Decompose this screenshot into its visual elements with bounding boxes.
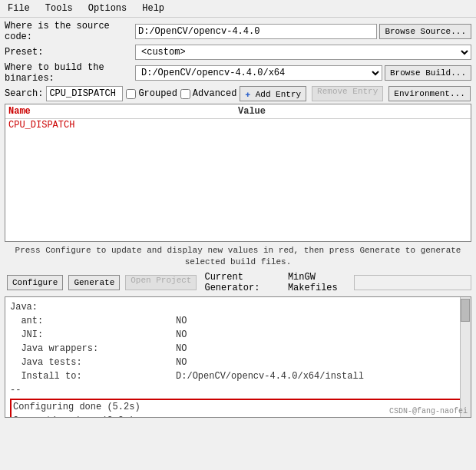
add-entry-label: Add Entry [256, 90, 301, 99]
preset-dropdown-wrapper: <custom> [135, 45, 471, 60]
add-entry-button[interactable]: ✚ Add Entry [240, 86, 306, 101]
col-value-header: Value [238, 106, 468, 117]
cell-name: CPU_DISPATCH [8, 120, 238, 131]
menubar: File Tools Options Help [0, 0, 476, 18]
environment-button[interactable]: Environment... [388, 86, 470, 101]
menu-tools[interactable]: Tools [42, 2, 76, 15]
build-label: Where to build the binaries: [5, 62, 135, 84]
menu-file[interactable]: File [5, 2, 33, 15]
source-label: Where is the source code: [5, 21, 135, 42]
output-line-7: -- [10, 383, 466, 397]
generate-button[interactable]: Generate [68, 275, 120, 290]
output-line-3: Java wrappers: NO [10, 342, 466, 356]
source-input[interactable] [135, 24, 377, 39]
main-panel: Where is the source code: Browse Source.… [0, 18, 476, 421]
menu-options[interactable]: Options [85, 2, 130, 15]
output-content: Java: ant: NO JNI: NO Java wrappers: NO … [5, 297, 471, 418]
col-name-header: Name [8, 106, 238, 117]
output-panel: Java: ant: NO JNI: NO Java wrappers: NO … [5, 296, 471, 418]
search-label: Search: [5, 88, 43, 99]
remove-entry-button: Remove Entry [312, 86, 383, 101]
search-row: Search: Grouped Advanced ✚ Add Entry Rem… [5, 86, 471, 101]
output-line-1: ant: NO [10, 314, 466, 328]
build-select[interactable]: D:/OpenCV/opencv-4.4.0/x64 [135, 65, 382, 81]
cmake-table: Name Value CPU_DISPATCH [5, 104, 471, 242]
generator-extra-input[interactable] [354, 275, 471, 290]
generator-value: MinGW Makefiles [288, 272, 351, 293]
menu-help[interactable]: Help [139, 2, 167, 15]
preset-select[interactable]: <custom> [135, 45, 471, 60]
generator-label: Current Generator: [204, 272, 279, 293]
scrollbar-thumb[interactable] [461, 299, 470, 322]
configure-button[interactable]: Configure [7, 275, 63, 290]
output-line-2: JNI: NO [10, 328, 466, 342]
build-row: Where to build the binaries: D:/OpenCV/o… [5, 62, 471, 84]
browse-source-button[interactable]: Browse Source... [379, 24, 471, 39]
advanced-checkbox[interactable] [180, 89, 190, 99]
advanced-label-text: Advanced [193, 88, 237, 99]
output-scrollbar[interactable] [460, 297, 471, 417]
watermark: CSDN-@fang-naofei [389, 407, 468, 415]
grouped-checkbox-label[interactable]: Grouped [126, 88, 177, 99]
info-text: Press Configure to update and display ne… [5, 245, 471, 269]
build-dropdown-wrapper: D:/OpenCV/opencv-4.4.0/x64 [135, 65, 382, 81]
grouped-checkbox[interactable] [126, 89, 136, 99]
action-row: Configure Generate Open Project Current … [5, 272, 471, 293]
search-input[interactable] [46, 86, 123, 101]
grouped-label-text: Grouped [138, 88, 177, 99]
output-line-4: Java tests: NO [10, 356, 466, 369]
plus-icon: ✚ [245, 90, 250, 99]
browse-build-button[interactable]: Browse Build... [385, 65, 471, 81]
table-row[interactable]: CPU_DISPATCH [5, 119, 471, 131]
table-header: Name Value [5, 104, 471, 119]
preset-row: Preset: <custom> [5, 45, 471, 60]
preset-label: Preset: [5, 47, 135, 58]
advanced-checkbox-label[interactable]: Advanced [180, 88, 237, 99]
cell-value [238, 120, 468, 131]
open-project-button: Open Project [125, 275, 197, 290]
source-row: Where is the source code: Browse Source.… [5, 21, 471, 42]
output-line-0: Java: [10, 300, 466, 314]
output-line-6: Install to: D:/OpenCV/opencv-4.4.0/x64/i… [10, 369, 466, 383]
